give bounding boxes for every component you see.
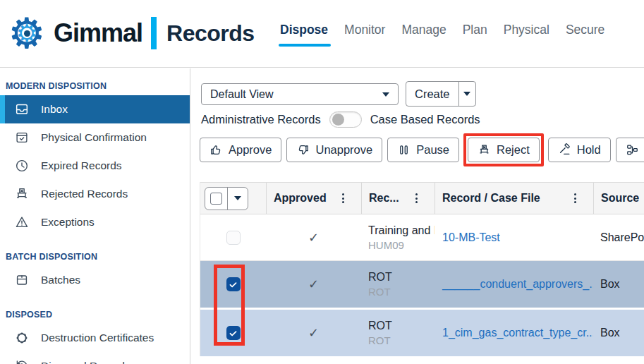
brand-product: Records (166, 20, 255, 47)
sidebar-section-disposed: DISPOSED (6, 310, 190, 320)
thumb-up-icon (209, 143, 223, 157)
chevron-down-icon (463, 92, 470, 96)
create-dropdown-button[interactable] (458, 82, 475, 106)
column-header-record-case-file[interactable]: Record / Case File (435, 183, 593, 214)
clock-icon (14, 158, 30, 174)
approve-button[interactable]: Approve (200, 138, 281, 162)
sidebar-item-destruction-certificates[interactable]: Destruction Certificates (0, 324, 190, 352)
gimmal-records-app: ⚙ ⚙ Gimmal Records Dispose Monitor Manag… (0, 0, 644, 364)
record-class-code: ROT (368, 333, 391, 348)
select-all-checkbox[interactable] (210, 193, 222, 205)
sidebar-item-label: Physical Confirmation (41, 131, 147, 144)
record-link[interactable]: 10-MB-Test (442, 231, 500, 244)
view-select[interactable]: Default View (201, 83, 399, 105)
pause-label: Pause (416, 143, 449, 157)
disposition-actions: Approve Unapprove Pause Reject Hold (200, 138, 644, 162)
select-all-header (200, 183, 266, 214)
record-class-name: ROT (368, 269, 392, 284)
approved-check-icon: ✓ (308, 325, 319, 341)
record-source: Box (593, 310, 644, 356)
sidebar-item-expired-records[interactable]: Expired Records (0, 152, 190, 180)
pause-button[interactable]: Pause (387, 138, 459, 162)
sidebar-item-label: Expired Records (41, 159, 122, 172)
main-content: Default View Create Administrative Recor… (191, 68, 644, 364)
sidebar-item-exceptions[interactable]: Exceptions (0, 208, 190, 236)
record-class-code: ROT (368, 284, 391, 299)
sidebar-item-label: Rejected Records (41, 188, 128, 200)
sidebar-item-label: Disposed Records (41, 360, 130, 364)
records-mode-toggle[interactable] (329, 111, 362, 128)
annotation-box-selected-checkboxes (214, 265, 245, 346)
sidebar-section-batch-disposition: BATCH DISPOSITION (6, 252, 190, 262)
sidebar-item-inbox[interactable]: Inbox (0, 95, 190, 123)
approved-check-icon: ✓ (308, 230, 319, 245)
column-menu-icon[interactable] (574, 193, 576, 203)
sidebar-item-label: Inbox (41, 103, 68, 116)
sidebar-item-label: Batches (41, 274, 80, 286)
record-link[interactable]: 1_cim_gas_contract_type_cr... (442, 327, 593, 339)
view-select-value: Default View (210, 88, 274, 101)
case-based-records-label: Case Based Records (370, 113, 480, 126)
batch-box-icon (14, 272, 30, 288)
nav-tab-manage[interactable]: Manage (401, 23, 446, 37)
table-row[interactable]: ✓ ROT ROT ______conduent_approvers_... B… (200, 261, 644, 310)
record-source: Box (593, 261, 644, 308)
classify-button[interactable]: Classify (616, 138, 644, 162)
nav-tab-plan[interactable]: Plan (463, 23, 487, 37)
box-check-icon (14, 130, 30, 145)
unapprove-label: Unapprove (315, 143, 372, 157)
reject-button[interactable]: Reject (468, 138, 540, 162)
nav-tab-monitor[interactable]: Monitor (344, 23, 385, 37)
sidebar-item-batches[interactable]: Batches (0, 266, 190, 294)
history-clock-icon (14, 358, 30, 364)
column-menu-icon[interactable] (415, 193, 418, 203)
gimmal-gear-icon: ⚙ ⚙ (6, 11, 48, 55)
table-row[interactable]: ✓ ROT ROT 1_cim_gas_contract_type_cr... … (200, 310, 644, 356)
certificate-seal-icon (14, 330, 30, 346)
record-class-name: ROT (368, 318, 392, 333)
column-header-approved[interactable]: Approved (266, 183, 361, 214)
thumb-down-icon (296, 143, 310, 157)
unapprove-button[interactable]: Unapprove (286, 138, 382, 162)
record-link[interactable]: ______conduent_approvers_... (442, 278, 593, 291)
record-class-name: Training and D (368, 223, 435, 238)
gavel-icon (558, 143, 571, 157)
create-button[interactable]: Create (406, 82, 458, 106)
warning-triangle-icon (14, 214, 30, 230)
sidebar-item-label: Exceptions (41, 216, 95, 229)
column-menu-icon[interactable] (342, 193, 344, 203)
sidebar-item-label: Destruction Certificates (41, 332, 154, 344)
app-header: ⚙ ⚙ Gimmal Records Dispose Monitor Manag… (0, 0, 644, 68)
classify-tree-icon (626, 143, 639, 157)
sidebar-item-physical-confirmation[interactable]: Physical Confirmation (0, 123, 190, 152)
reject-label: Reject (497, 143, 530, 157)
sidebar-item-disposed-records[interactable]: Disposed Records (0, 352, 190, 364)
table-header-row: Approved Rec... Record / Case File Sourc… (200, 182, 644, 214)
row-checkbox-unchecked[interactable] (226, 231, 241, 245)
chevron-down-icon (382, 92, 389, 97)
toggle-knob (332, 114, 344, 126)
nav-tab-secure[interactable]: Secure (566, 23, 604, 37)
column-header-source[interactable]: Source (593, 183, 644, 214)
gimmal-logo: ⚙ ⚙ Gimmal Records (6, 11, 255, 55)
annotation-box-reject: Reject (463, 133, 544, 166)
nav-tab-physical[interactable]: Physical (504, 23, 549, 37)
create-split-button: Create (406, 81, 476, 107)
nav-tab-dispose[interactable]: Dispose (280, 23, 328, 37)
create-button-label: Create (415, 87, 450, 101)
records-mode-row: Administrative Records Case Based Record… (201, 110, 480, 128)
table-row[interactable]: ✓ Training and D HUM09 10-MB-Test ShareP… (200, 214, 644, 261)
column-header-record-class[interactable]: Rec... (361, 183, 435, 214)
approve-label: Approve (229, 143, 272, 157)
select-menu-button[interactable] (228, 196, 248, 200)
top-nav: Dispose Monitor Manage Plan Physical Sec… (280, 23, 604, 37)
records-table: Approved Rec... Record / Case File Sourc… (200, 182, 644, 356)
hold-button[interactable]: Hold (548, 138, 611, 162)
chevron-down-icon (234, 196, 241, 200)
ballot-x-icon (14, 186, 30, 202)
inbox-icon (14, 102, 30, 117)
approved-check-icon: ✓ (308, 277, 319, 292)
select-all-control[interactable] (205, 187, 248, 210)
sidebar-item-rejected-records[interactable]: Rejected Records (0, 180, 190, 208)
brand-name: Gimmal (54, 18, 142, 48)
